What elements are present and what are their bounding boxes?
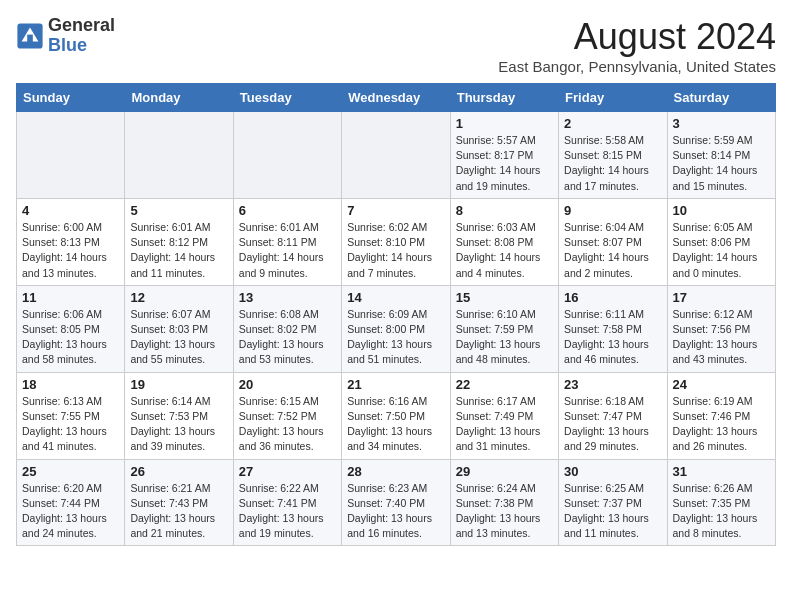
- logo-line1: General: [48, 16, 115, 36]
- day-number: 28: [347, 464, 444, 479]
- day-number: 22: [456, 377, 553, 392]
- calendar-cell: 9Sunrise: 6:04 AM Sunset: 8:07 PM Daylig…: [559, 198, 667, 285]
- svg-rect-2: [27, 34, 33, 44]
- title-block: August 2024 East Bangor, Pennsylvania, U…: [498, 16, 776, 75]
- calendar-cell: 18Sunrise: 6:13 AM Sunset: 7:55 PM Dayli…: [17, 372, 125, 459]
- day-info: Sunrise: 6:07 AM Sunset: 8:03 PM Dayligh…: [130, 307, 227, 368]
- page-header: General Blue August 2024 East Bangor, Pe…: [16, 16, 776, 75]
- calendar-week-row: 1Sunrise: 5:57 AM Sunset: 8:17 PM Daylig…: [17, 112, 776, 199]
- calendar-cell: 21Sunrise: 6:16 AM Sunset: 7:50 PM Dayli…: [342, 372, 450, 459]
- calendar-week-row: 18Sunrise: 6:13 AM Sunset: 7:55 PM Dayli…: [17, 372, 776, 459]
- calendar-cell: 16Sunrise: 6:11 AM Sunset: 7:58 PM Dayli…: [559, 285, 667, 372]
- day-info: Sunrise: 6:08 AM Sunset: 8:02 PM Dayligh…: [239, 307, 336, 368]
- day-info: Sunrise: 6:17 AM Sunset: 7:49 PM Dayligh…: [456, 394, 553, 455]
- day-number: 5: [130, 203, 227, 218]
- day-info: Sunrise: 5:59 AM Sunset: 8:14 PM Dayligh…: [673, 133, 770, 194]
- logo-line2: Blue: [48, 36, 115, 56]
- day-info: Sunrise: 6:22 AM Sunset: 7:41 PM Dayligh…: [239, 481, 336, 542]
- calendar-subtitle: East Bangor, Pennsylvania, United States: [498, 58, 776, 75]
- day-number: 13: [239, 290, 336, 305]
- day-number: 6: [239, 203, 336, 218]
- day-info: Sunrise: 6:02 AM Sunset: 8:10 PM Dayligh…: [347, 220, 444, 281]
- day-info: Sunrise: 6:04 AM Sunset: 8:07 PM Dayligh…: [564, 220, 661, 281]
- calendar-cell: 11Sunrise: 6:06 AM Sunset: 8:05 PM Dayli…: [17, 285, 125, 372]
- calendar-cell: 27Sunrise: 6:22 AM Sunset: 7:41 PM Dayli…: [233, 459, 341, 546]
- calendar-cell: 23Sunrise: 6:18 AM Sunset: 7:47 PM Dayli…: [559, 372, 667, 459]
- day-number: 3: [673, 116, 770, 131]
- day-info: Sunrise: 6:20 AM Sunset: 7:44 PM Dayligh…: [22, 481, 119, 542]
- day-info: Sunrise: 6:01 AM Sunset: 8:12 PM Dayligh…: [130, 220, 227, 281]
- day-number: 18: [22, 377, 119, 392]
- day-number: 31: [673, 464, 770, 479]
- calendar-cell: [342, 112, 450, 199]
- calendar-cell: [125, 112, 233, 199]
- calendar-cell: 15Sunrise: 6:10 AM Sunset: 7:59 PM Dayli…: [450, 285, 558, 372]
- day-number: 10: [673, 203, 770, 218]
- weekday-header-wednesday: Wednesday: [342, 84, 450, 112]
- calendar-cell: 7Sunrise: 6:02 AM Sunset: 8:10 PM Daylig…: [342, 198, 450, 285]
- day-info: Sunrise: 6:10 AM Sunset: 7:59 PM Dayligh…: [456, 307, 553, 368]
- calendar-cell: 12Sunrise: 6:07 AM Sunset: 8:03 PM Dayli…: [125, 285, 233, 372]
- day-number: 9: [564, 203, 661, 218]
- logo: General Blue: [16, 16, 115, 56]
- day-info: Sunrise: 6:06 AM Sunset: 8:05 PM Dayligh…: [22, 307, 119, 368]
- day-number: 11: [22, 290, 119, 305]
- day-number: 23: [564, 377, 661, 392]
- day-number: 7: [347, 203, 444, 218]
- calendar-cell: 24Sunrise: 6:19 AM Sunset: 7:46 PM Dayli…: [667, 372, 775, 459]
- day-info: Sunrise: 6:13 AM Sunset: 7:55 PM Dayligh…: [22, 394, 119, 455]
- calendar-cell: 31Sunrise: 6:26 AM Sunset: 7:35 PM Dayli…: [667, 459, 775, 546]
- day-number: 4: [22, 203, 119, 218]
- calendar-title: August 2024: [498, 16, 776, 58]
- day-number: 12: [130, 290, 227, 305]
- day-number: 14: [347, 290, 444, 305]
- day-number: 26: [130, 464, 227, 479]
- day-number: 17: [673, 290, 770, 305]
- calendar-cell: 10Sunrise: 6:05 AM Sunset: 8:06 PM Dayli…: [667, 198, 775, 285]
- calendar-cell: 5Sunrise: 6:01 AM Sunset: 8:12 PM Daylig…: [125, 198, 233, 285]
- calendar-cell: [233, 112, 341, 199]
- day-info: Sunrise: 6:12 AM Sunset: 7:56 PM Dayligh…: [673, 307, 770, 368]
- day-info: Sunrise: 6:15 AM Sunset: 7:52 PM Dayligh…: [239, 394, 336, 455]
- day-info: Sunrise: 5:58 AM Sunset: 8:15 PM Dayligh…: [564, 133, 661, 194]
- weekday-header-monday: Monday: [125, 84, 233, 112]
- calendar-cell: 3Sunrise: 5:59 AM Sunset: 8:14 PM Daylig…: [667, 112, 775, 199]
- day-info: Sunrise: 6:21 AM Sunset: 7:43 PM Dayligh…: [130, 481, 227, 542]
- day-number: 21: [347, 377, 444, 392]
- day-info: Sunrise: 6:11 AM Sunset: 7:58 PM Dayligh…: [564, 307, 661, 368]
- calendar-cell: 4Sunrise: 6:00 AM Sunset: 8:13 PM Daylig…: [17, 198, 125, 285]
- day-number: 2: [564, 116, 661, 131]
- day-info: Sunrise: 6:05 AM Sunset: 8:06 PM Dayligh…: [673, 220, 770, 281]
- calendar-cell: 6Sunrise: 6:01 AM Sunset: 8:11 PM Daylig…: [233, 198, 341, 285]
- logo-icon: [16, 22, 44, 50]
- day-number: 1: [456, 116, 553, 131]
- calendar-cell: 19Sunrise: 6:14 AM Sunset: 7:53 PM Dayli…: [125, 372, 233, 459]
- calendar-cell: 2Sunrise: 5:58 AM Sunset: 8:15 PM Daylig…: [559, 112, 667, 199]
- weekday-header-sunday: Sunday: [17, 84, 125, 112]
- day-info: Sunrise: 6:14 AM Sunset: 7:53 PM Dayligh…: [130, 394, 227, 455]
- day-info: Sunrise: 6:24 AM Sunset: 7:38 PM Dayligh…: [456, 481, 553, 542]
- calendar-cell: 25Sunrise: 6:20 AM Sunset: 7:44 PM Dayli…: [17, 459, 125, 546]
- day-number: 8: [456, 203, 553, 218]
- day-number: 29: [456, 464, 553, 479]
- day-number: 19: [130, 377, 227, 392]
- day-number: 16: [564, 290, 661, 305]
- calendar-cell: 20Sunrise: 6:15 AM Sunset: 7:52 PM Dayli…: [233, 372, 341, 459]
- calendar-cell: 22Sunrise: 6:17 AM Sunset: 7:49 PM Dayli…: [450, 372, 558, 459]
- weekday-header-tuesday: Tuesday: [233, 84, 341, 112]
- day-number: 24: [673, 377, 770, 392]
- day-info: Sunrise: 6:18 AM Sunset: 7:47 PM Dayligh…: [564, 394, 661, 455]
- calendar-cell: 26Sunrise: 6:21 AM Sunset: 7:43 PM Dayli…: [125, 459, 233, 546]
- calendar-cell: 30Sunrise: 6:25 AM Sunset: 7:37 PM Dayli…: [559, 459, 667, 546]
- calendar-cell: 29Sunrise: 6:24 AM Sunset: 7:38 PM Dayli…: [450, 459, 558, 546]
- day-info: Sunrise: 6:25 AM Sunset: 7:37 PM Dayligh…: [564, 481, 661, 542]
- day-info: Sunrise: 6:09 AM Sunset: 8:00 PM Dayligh…: [347, 307, 444, 368]
- weekday-header-row: SundayMondayTuesdayWednesdayThursdayFrid…: [17, 84, 776, 112]
- day-number: 25: [22, 464, 119, 479]
- day-info: Sunrise: 5:57 AM Sunset: 8:17 PM Dayligh…: [456, 133, 553, 194]
- weekday-header-thursday: Thursday: [450, 84, 558, 112]
- calendar-cell: 1Sunrise: 5:57 AM Sunset: 8:17 PM Daylig…: [450, 112, 558, 199]
- calendar-cell: 13Sunrise: 6:08 AM Sunset: 8:02 PM Dayli…: [233, 285, 341, 372]
- day-number: 15: [456, 290, 553, 305]
- day-number: 27: [239, 464, 336, 479]
